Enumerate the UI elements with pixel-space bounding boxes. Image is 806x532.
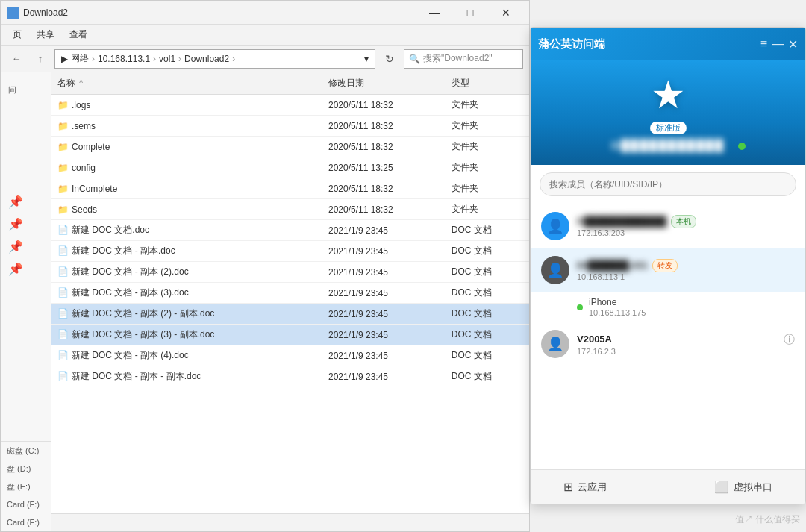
file-type-cell: 文件夹 bbox=[446, 199, 529, 220]
member-search-input[interactable] bbox=[540, 172, 796, 196]
virtual-port-label: 虚拟串口 bbox=[734, 481, 772, 494]
table-row[interactable]: 📁Seeds 2020/5/11 18:32 文件夹 bbox=[51, 199, 529, 220]
file-name-cell: 📁config bbox=[51, 157, 322, 178]
col-name[interactable]: 名称 ^ bbox=[51, 72, 322, 95]
file-type-cell: 文件夹 bbox=[446, 137, 529, 157]
dango-close-icon[interactable]: ✕ bbox=[788, 37, 798, 51]
table-row[interactable]: 📁Complete 2020/5/11 18:32 文件夹 bbox=[51, 137, 529, 157]
left-bottom-nav: 磁盘 (C:) 盘 (D:) 盘 (E:) Card (F:) Card (F:… bbox=[1, 441, 51, 531]
virtual-port-icon: ⬜ bbox=[714, 480, 729, 494]
file-modified-cell: 2021/1/9 23:45 bbox=[322, 345, 446, 366]
nav-card-f1[interactable]: Card (F:) bbox=[1, 495, 51, 513]
member-tag-1: 本机 bbox=[671, 215, 696, 228]
menu-share[interactable]: 共享 bbox=[31, 25, 60, 44]
path-network: 网络 bbox=[71, 52, 89, 65]
qa-item-pin3[interactable]: 📌 bbox=[1, 235, 51, 257]
file-type-cell: DOC 文档 bbox=[446, 325, 529, 345]
table-row[interactable]: 📄新建 DOC 文档 - 副本.doc 2021/1/9 23:45 DOC 文… bbox=[51, 241, 529, 262]
forward-button[interactable]: ↑ bbox=[31, 49, 50, 69]
table-row[interactable]: 📄新建 DOC 文档 - 副本 (2).doc 2021/1/9 23:45 D… bbox=[51, 262, 529, 283]
file-name-cell: 📁.logs bbox=[51, 95, 322, 116]
dango-panel: 蒲公英访问端 ≡ — ✕ ★ 标准版 D███████████ 👤 D█████… bbox=[530, 27, 806, 504]
file-type-cell: DOC 文档 bbox=[446, 366, 529, 387]
col-modified[interactable]: 修改日期 bbox=[322, 72, 446, 95]
file-modified-cell: 2020/5/11 18:32 bbox=[322, 199, 446, 220]
table-row[interactable]: 📁InComplete 2020/5/11 18:32 文件夹 bbox=[51, 178, 529, 199]
file-name-cell: 📄新建 DOC 文档 - 副本 - 副本.doc bbox=[51, 366, 322, 387]
nav-disk-d[interactable]: 盘 (D:) bbox=[1, 460, 51, 478]
explorer-titlebar: Download2 — □ ✕ bbox=[1, 1, 529, 25]
table-row[interactable]: 📄新建 DOC 文档 - 副本 (3).doc 2021/1/9 23:45 D… bbox=[51, 283, 529, 304]
sub-dot-iphone bbox=[577, 304, 583, 310]
member-ip-3: 172.16.2.3 bbox=[577, 347, 795, 356]
main-content: 问 📌 📌 📌 📌 名称 ^ 修改日期 类型 bbox=[1, 72, 529, 513]
member-item-1[interactable]: 👤 D████████████ 本机 172.16.3.203 bbox=[531, 204, 805, 248]
folder-icon: 📁 bbox=[57, 100, 69, 110]
table-row[interactable]: 📄新建 DOC 文档 - 副本 - 副本.doc 2021/1/9 23:45 … bbox=[51, 366, 529, 387]
info-icon-3[interactable]: ⓘ bbox=[784, 333, 795, 347]
table-row[interactable]: 📁.sems 2020/5/11 18:32 文件夹 bbox=[51, 116, 529, 137]
close-button[interactable]: ✕ bbox=[489, 1, 523, 25]
table-row[interactable]: 📁config 2020/5/11 13:25 文件夹 bbox=[51, 157, 529, 178]
member-item-3[interactable]: 👤 V2005A ⓘ 172.16.2.3 bbox=[531, 322, 805, 366]
minimize-button[interactable]: — bbox=[417, 1, 452, 25]
status-bar: 14 个项目 bbox=[1, 513, 529, 531]
file-modified-cell: 2020/5/11 18:32 bbox=[322, 116, 446, 137]
file-type-cell: DOC 文档 bbox=[446, 262, 529, 283]
file-type-cell: 文件夹 bbox=[446, 157, 529, 178]
nav-card-f2[interactable]: Card (F:) bbox=[1, 513, 51, 531]
sub-ip-iphone: 10.168.113.175 bbox=[589, 308, 646, 317]
table-row[interactable]: 📄新建 DOC 文档 - 副本 (2) - 副本.doc 2021/1/9 23… bbox=[51, 304, 529, 325]
member-item-2[interactable]: 👤 84██████.431 转发 10.168.113.1 bbox=[531, 248, 805, 292]
cloud-apps-button[interactable]: ⊞ 云应用 bbox=[552, 475, 619, 498]
refresh-button[interactable]: ↻ bbox=[380, 49, 399, 69]
back-button[interactable]: ← bbox=[7, 49, 26, 69]
file-name-cell: 📁.sems bbox=[51, 116, 322, 137]
dango-minimize-icon[interactable]: — bbox=[772, 37, 784, 51]
dango-titlebar: 蒲公英访问端 ≡ — ✕ bbox=[531, 28, 805, 60]
qa-item-ask[interactable]: 问 bbox=[1, 78, 51, 101]
table-row[interactable]: 📁.logs 2020/5/11 18:32 文件夹 bbox=[51, 95, 529, 116]
file-type-cell: DOC 文档 bbox=[446, 283, 529, 304]
folder-icon: 📁 bbox=[57, 142, 69, 152]
file-type-cell: 文件夹 bbox=[446, 95, 529, 116]
maximize-button[interactable]: □ bbox=[453, 1, 487, 25]
explorer-icon bbox=[7, 7, 19, 19]
file-name-cell: 📄新建 DOC 文档 - 副本.doc bbox=[51, 241, 322, 262]
nav-disk-e[interactable]: 盘 (E:) bbox=[1, 478, 51, 495]
table-row[interactable]: 📄新建 DOC 文档 - 副本 (3) - 副本.doc 2021/1/9 23… bbox=[51, 325, 529, 345]
table-row[interactable]: 📄新建 DOC 文档.doc 2021/1/9 23:45 DOC 文档 bbox=[51, 220, 529, 241]
member-ip-1: 172.16.3.203 bbox=[577, 228, 795, 237]
dango-star-icon: ★ bbox=[646, 72, 690, 117]
file-modified-cell: 2021/1/9 23:45 bbox=[322, 262, 446, 283]
file-modified-cell: 2021/1/9 23:45 bbox=[322, 241, 446, 262]
explorer-window: Download2 — □ ✕ 页 共享 查看 ← ↑ ▶ 网络 › 10.16… bbox=[0, 0, 530, 532]
qa-item-pin4[interactable]: 📌 bbox=[1, 257, 51, 280]
search-box[interactable]: 🔍 搜索"Download2" bbox=[404, 49, 523, 69]
file-modified-cell: 2021/1/9 23:45 bbox=[322, 366, 446, 387]
menu-view[interactable]: 查看 bbox=[63, 25, 93, 44]
qa-item-pin2[interactable]: 📌 bbox=[1, 213, 51, 235]
file-modified-cell: 2021/1/9 23:45 bbox=[322, 220, 446, 241]
table-row[interactable]: 📄新建 DOC 文档 - 副本 (4).doc 2021/1/9 23:45 D… bbox=[51, 345, 529, 366]
virtual-port-button[interactable]: ⬜ 虚拟串口 bbox=[702, 475, 784, 498]
nav-disk-c[interactable]: 磁盘 (C:) bbox=[1, 442, 51, 460]
address-bar: ← ↑ ▶ 网络 › 10.168.113.1 › vol1 › Downloa… bbox=[1, 46, 529, 72]
dango-menu-icon[interactable]: ≡ bbox=[760, 37, 767, 51]
col-type[interactable]: 类型 bbox=[446, 72, 529, 95]
doc-icon: 📄 bbox=[57, 225, 69, 235]
file-modified-cell: 2020/5/11 18:32 bbox=[322, 95, 446, 116]
doc-icon: 📄 bbox=[57, 371, 69, 381]
file-type-cell: DOC 文档 bbox=[446, 304, 529, 325]
sub-name-iphone: iPhone bbox=[589, 297, 646, 307]
qa-item-pin1[interactable]: 📌 bbox=[1, 190, 51, 213]
member-name-3: V2005A bbox=[577, 334, 612, 345]
file-type-cell: 文件夹 bbox=[446, 116, 529, 137]
menu-page[interactable]: 页 bbox=[7, 25, 28, 44]
online-status-dot bbox=[738, 143, 746, 150]
path-vol: vol1 bbox=[159, 54, 175, 64]
dango-badge: 标准版 bbox=[650, 122, 687, 134]
file-name-cell: 📄新建 DOC 文档 - 副本 (4).doc bbox=[51, 345, 322, 366]
file-modified-cell: 2021/1/9 23:45 bbox=[322, 325, 446, 345]
address-path[interactable]: ▶ 网络 › 10.168.113.1 › vol1 › Download2 ›… bbox=[54, 49, 375, 69]
